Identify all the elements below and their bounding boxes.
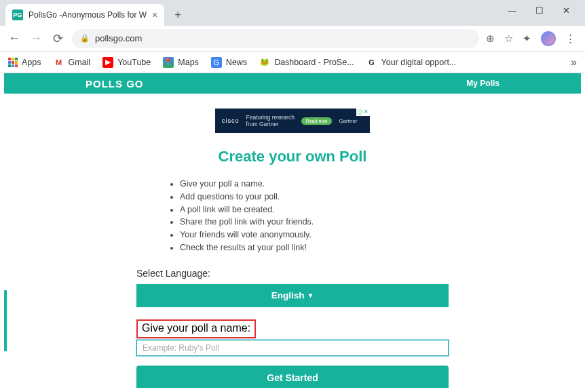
list-item: Give your poll a name. [180,178,449,191]
list-item: Share the poll link with your friends. [180,216,449,229]
ad-text: Featuring research from Gartner [246,114,295,128]
browser-tabbar: PG PollsGo -Anonymous Polls for W × + [0,0,585,26]
gmail-icon: M [54,57,64,68]
chevron-down-icon: ▼ [307,292,314,299]
bookmark-star-icon[interactable]: ☆ [504,33,513,45]
poll-name-label: Give your poll a name: [142,322,250,334]
youtube-icon: ▶ [102,57,113,68]
site-header: POLLS GO My Polls [4,73,581,94]
bookmark-youtube[interactable]: ▶ YouTube [102,57,151,68]
window-controls: — ☐ ✕ [508,0,585,20]
bookmarks-bar: Apps M Gmail ▶ YouTube 📍 Maps G News 🐸 D… [0,52,585,73]
poll-name-input[interactable] [136,340,449,356]
zoom-icon[interactable]: ⊕ [486,33,495,45]
maximize-button[interactable]: ☐ [535,5,544,16]
ad-cta-button[interactable]: Read now [301,117,333,125]
instructions-list: Give your poll a name. Add questions to … [136,178,449,254]
my-polls-link[interactable]: My Polls [466,79,499,88]
ad-gartner-logo: Gartner [339,118,357,124]
bookmark-maps[interactable]: 📍 Maps [163,57,199,68]
bookmark-dashboard[interactable]: 🐸 Dashboard - ProSe... [259,57,354,68]
get-started-button[interactable]: Get Started [136,366,449,389]
url-text: pollsgo.com [95,33,142,43]
ad-cisco-logo: cisco [222,117,240,124]
frog-icon: 🐸 [259,57,270,68]
bookmark-news[interactable]: G News [211,57,247,68]
bookmarks-overflow-icon[interactable]: » [571,56,577,68]
maps-icon: 📍 [163,57,174,68]
browser-tab[interactable]: PG PollsGo -Anonymous Polls for W × [5,4,164,26]
left-accent-strip [4,290,7,351]
bookmark-apps[interactable]: Apps [8,58,41,67]
bookmark-gmail[interactable]: M Gmail [54,57,91,68]
google-icon: G [366,57,377,68]
list-item: Add questions to your poll. [180,191,449,203]
list-item: Your friends will vote anonymously. [180,229,449,241]
news-icon: G [211,57,222,68]
forward-button[interactable]: → [29,31,43,46]
back-button[interactable]: ← [7,31,22,46]
browser-toolbar: ← → ⟳ 🔒 pollsgo.com ⊕ ☆ ✦ ⋮ [0,26,585,52]
site-brand[interactable]: POLLS GO [86,78,144,90]
menu-icon[interactable]: ⋮ [565,33,575,45]
tab-title: PollsGo -Anonymous Polls for W [29,10,147,20]
ad-info-icon[interactable]: ⓘ✕ [356,109,370,116]
close-window-button[interactable]: ✕ [563,5,570,16]
page-title: Create your own Poll [136,148,449,165]
language-dropdown[interactable]: English ▼ [136,284,449,307]
extensions-icon[interactable]: ✦ [523,33,531,45]
list-item: A poll link will be created. [180,203,449,216]
new-tab-button[interactable]: + [168,5,187,24]
select-language-label: Select Language: [136,268,449,279]
close-tab-icon[interactable]: × [152,9,157,20]
lock-icon: 🔒 [80,34,90,43]
profile-avatar[interactable] [541,31,556,46]
bookmark-google[interactable]: G Your digital opport... [366,57,457,68]
minimize-button[interactable]: — [508,5,516,16]
ad-banner[interactable]: cisco Featuring research from Gartner Re… [215,109,370,133]
apps-icon [8,58,18,67]
poll-name-label-highlight: Give your poll a name: [136,319,256,338]
reload-button[interactable]: ⟳ [50,31,65,46]
tab-favicon: PG [12,9,23,20]
address-bar[interactable]: 🔒 pollsgo.com [72,29,479,48]
list-item: Check the results at your poll link! [180,241,449,254]
page-viewport: POLLS GO My Polls cisco Featuring resear… [4,73,581,388]
